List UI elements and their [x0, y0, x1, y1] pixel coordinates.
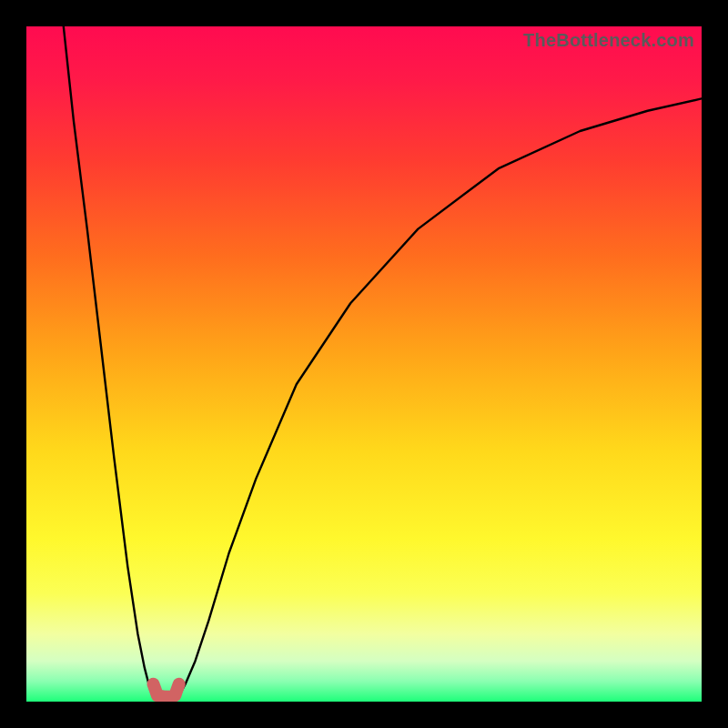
chart-frame: TheBottleneck.com	[0, 0, 728, 728]
curve-right-branch	[177, 98, 702, 696]
optimum-marker	[154, 684, 179, 697]
curve-layer	[26, 26, 702, 702]
watermark-text: TheBottleneck.com	[523, 30, 694, 51]
plot-area: TheBottleneck.com	[26, 26, 702, 702]
curve-left-branch	[64, 26, 157, 696]
